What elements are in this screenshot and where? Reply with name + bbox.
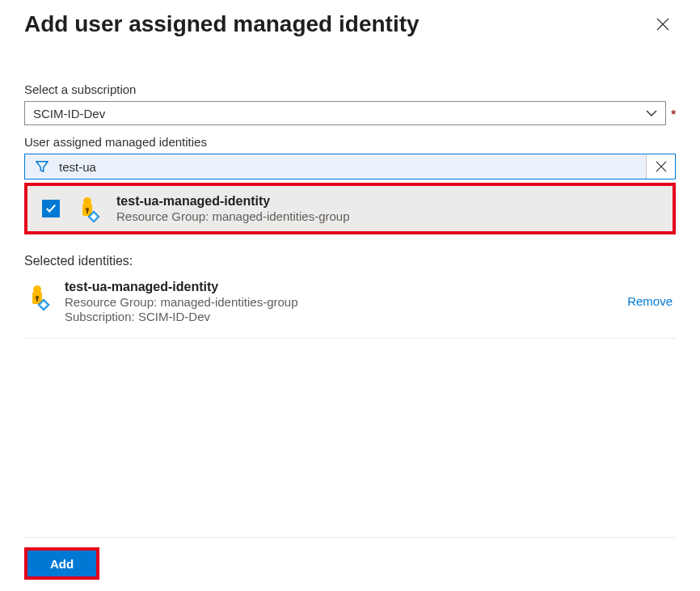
selected-identities-label: Selected identities: <box>24 254 676 268</box>
subscription-field: Select a subscription SCIM-ID-Dev * <box>24 82 676 125</box>
identity-checkbox[interactable] <box>42 200 60 217</box>
svg-rect-3 <box>86 210 88 213</box>
identity-result-row[interactable]: test-ua-managed-identity Resource Group:… <box>27 186 673 231</box>
identities-label: User assigned managed identities <box>24 135 676 149</box>
add-button[interactable]: Add <box>27 551 96 576</box>
add-button-highlight: Add <box>24 547 99 580</box>
close-button[interactable] <box>650 15 676 34</box>
required-indicator: * <box>671 107 676 120</box>
add-identity-panel: Add user assigned managed identity Selec… <box>0 0 700 591</box>
panel-header: Add user assigned managed identity <box>24 10 676 61</box>
selected-identity-line1: Resource Group: managed-identities-group <box>65 295 614 309</box>
subscription-dropdown-wrap: SCIM-ID-Dev * <box>24 101 676 125</box>
identities-filter-input[interactable] <box>59 154 646 179</box>
identity-result-highlight: test-ua-managed-identity Resource Group:… <box>24 183 676 234</box>
remove-identity-link[interactable]: Remove <box>627 280 676 308</box>
svg-rect-9 <box>36 298 38 302</box>
close-icon <box>656 18 669 31</box>
identity-result-subline: Resource Group: managed-identities-group <box>116 209 350 223</box>
clear-filter-button[interactable] <box>646 154 675 179</box>
selected-identity-info: test-ua-managed-identity Resource Group:… <box>65 280 614 323</box>
identity-result-text: test-ua-managed-identity Resource Group:… <box>116 194 350 223</box>
filter-icon <box>25 154 59 179</box>
chevron-down-icon <box>646 109 657 117</box>
managed-identity-icon <box>24 283 52 310</box>
selected-identity-name: test-ua-managed-identity <box>65 280 614 294</box>
check-icon <box>45 203 57 214</box>
subscription-label: Select a subscription <box>24 82 676 96</box>
selected-identity-line2: Subscription: SCIM-ID-Dev <box>65 310 614 323</box>
selected-identity-row: test-ua-managed-identity Resource Group:… <box>24 268 676 339</box>
close-icon <box>656 161 667 172</box>
panel-title: Add user assigned managed identity <box>24 10 420 39</box>
subscription-value: SCIM-ID-Dev <box>33 107 105 120</box>
identities-field: User assigned managed identities <box>24 135 676 234</box>
managed-identity-icon <box>74 195 102 222</box>
subscription-dropdown[interactable]: SCIM-ID-Dev <box>24 101 666 125</box>
panel-footer: Add <box>24 537 676 580</box>
identities-filter <box>24 154 676 179</box>
identity-result-name: test-ua-managed-identity <box>116 194 350 209</box>
